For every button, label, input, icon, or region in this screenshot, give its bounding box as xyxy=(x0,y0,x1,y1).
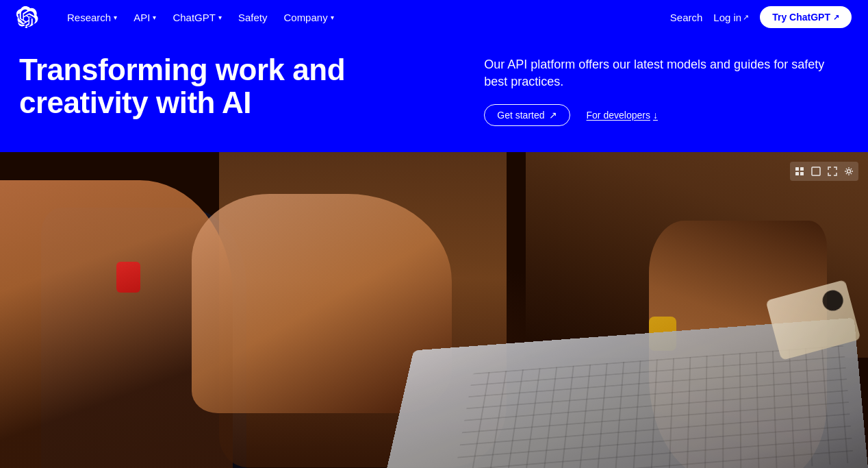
nav-item-api[interactable]: API ▾ xyxy=(127,8,163,27)
nav-item-safety[interactable]: Safety xyxy=(231,8,275,27)
settings-icon[interactable] xyxy=(841,164,856,179)
chevron-down-icon: ▾ xyxy=(114,14,117,21)
hero-right: Our API platform offers our latest model… xyxy=(484,53,849,126)
hero-section: Transforming work and creativity with AI… xyxy=(0,34,868,152)
nav-item-company[interactable]: Company ▾ xyxy=(277,8,340,27)
search-button[interactable]: Search xyxy=(670,12,703,23)
svg-point-5 xyxy=(847,170,851,173)
chevron-down-icon: ▾ xyxy=(218,14,222,21)
grid-view-icon[interactable] xyxy=(792,164,807,179)
chevron-down-icon: ▾ xyxy=(331,14,334,21)
logo-link[interactable] xyxy=(16,6,38,28)
single-view-icon[interactable] xyxy=(808,164,824,179)
for-developers-button[interactable]: For developers ↓ xyxy=(587,110,658,121)
get-started-button[interactable]: Get started ↗ xyxy=(484,104,570,126)
hero-image xyxy=(0,152,868,468)
external-link-icon: ↗ xyxy=(743,13,749,22)
hero-title: Transforming work and creativity with AI xyxy=(19,53,457,120)
expand-icon[interactable] xyxy=(825,164,840,179)
try-chatgpt-button[interactable]: Try ChatGPT ↗ xyxy=(760,6,852,28)
laptop-keyboard xyxy=(450,345,854,468)
nav-right: Search Log in ↗ Try ChatGPT ↗ xyxy=(670,6,852,28)
nav-item-research[interactable]: Research ▾ xyxy=(60,8,124,27)
hero-description: Our API platform offers our latest model… xyxy=(484,56,849,90)
login-button[interactable]: Log in ↗ xyxy=(713,12,749,23)
hero-buttons: Get started ↗ For developers ↓ xyxy=(484,104,849,126)
svg-rect-3 xyxy=(800,172,804,175)
svg-rect-0 xyxy=(795,167,799,171)
arrow-down-icon: ↓ xyxy=(653,110,658,121)
hero-left: Transforming work and creativity with AI xyxy=(19,53,457,120)
arrow-icon: ↗ xyxy=(833,13,839,22)
watch-left xyxy=(116,262,140,293)
nav-links: Research ▾ API ▾ ChatGPT ▾ Safety Compan… xyxy=(60,8,670,27)
svg-rect-4 xyxy=(812,167,820,175)
main-nav: Research ▾ API ▾ ChatGPT ▾ Safety Compan… xyxy=(0,0,868,34)
openai-logo-icon xyxy=(16,6,38,28)
arrow-icon: ↗ xyxy=(549,110,557,121)
svg-rect-2 xyxy=(795,172,799,175)
chevron-down-icon: ▾ xyxy=(153,14,156,21)
image-toolbar xyxy=(790,162,858,181)
svg-rect-1 xyxy=(800,167,804,171)
nav-item-chatgpt[interactable]: ChatGPT ▾ xyxy=(166,8,229,27)
phone-camera xyxy=(820,288,845,313)
